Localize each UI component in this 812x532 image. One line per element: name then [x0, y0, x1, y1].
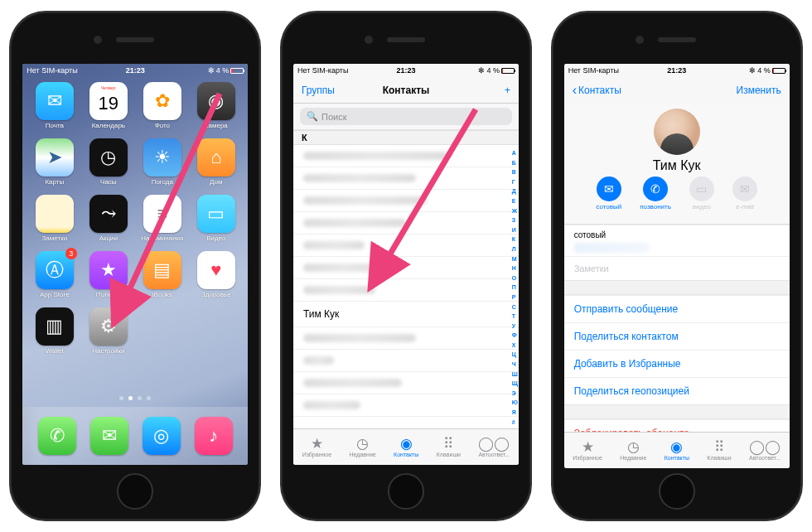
app-App Store[interactable]: Ⓐ3App Store [31, 251, 78, 298]
tab-Контакты[interactable]: ◉Контакты [394, 437, 418, 457]
phone-field[interactable]: сотовый [564, 225, 790, 256]
navbar: Группы Контакты + [293, 77, 519, 104]
contact-row[interactable] [293, 190, 519, 212]
tab-bar: ★Избранное◷Недавние◉Контакты⠿Клавиши◯◯Ав… [293, 428, 519, 465]
status-sim: Нет SIM-карты [27, 66, 77, 75]
link-row[interactable]: Добавить в Избранные [564, 350, 790, 377]
app-Видео[interactable]: ▭Видео [192, 195, 239, 242]
tab-Автоответ...[interactable]: ◯◯Автоответ... [749, 440, 781, 461]
action-позвонить[interactable]: ✆позвонить [640, 177, 671, 210]
app-iBooks[interactable]: ▤iBooks [138, 251, 186, 298]
dock-app[interactable]: ✉ [90, 417, 128, 455]
dock-app[interactable]: ♪ [195, 417, 233, 455]
section-header: К [293, 130, 519, 145]
contact-row[interactable] [293, 350, 519, 372]
page-dots[interactable] [119, 396, 151, 400]
edit-button[interactable]: Изменить [737, 85, 781, 96]
contact-row[interactable] [293, 279, 519, 302]
screen-contacts-list: Нет SIM-карты 21:23 ✻ 4 % Группы Контакт… [293, 64, 519, 465]
status-bar: Нет SIM-карты 21:23 ✻ 4 % [293, 64, 519, 77]
tab-Клавиши[interactable]: ⠿Клавиши [437, 437, 461, 457]
contact-row[interactable] [293, 235, 519, 257]
index-bar[interactable]: АБВГДЕЖЗИКЛМНОПРСТУФХЦЧШЩЭЮЯ# [512, 147, 518, 428]
app-Календарь[interactable]: Четверг19Календарь [85, 82, 132, 129]
action-видео: ▭видео [689, 177, 714, 210]
contact-row[interactable] [293, 327, 519, 350]
contact-row-tim-cook[interactable]: Тим Кук [293, 302, 519, 327]
screen-contact-detail: Нет SIM-карты 21:23 ✻ 4 % ‹ Контакты Изм… [564, 64, 790, 468]
app-Заметки[interactable]: Заметки [31, 195, 78, 242]
app-Wallet[interactable]: ▥Wallet [31, 307, 78, 355]
link-row[interactable]: Отправить сообщение [564, 295, 790, 322]
dock-app[interactable]: ✆ [38, 417, 76, 455]
app-Настройки[interactable]: ⚙1Настройки [85, 307, 132, 355]
phone-mockup-1: Нет SIM-карты 21:23 ✻ 4 % ✉ПочтаЧетверг1… [11, 12, 259, 520]
phone-mockup-2: Нет SIM-карты 21:23 ✻ 4 % Группы Контакт… [282, 12, 530, 520]
phone-mockup-3: Нет SIM-карты 21:23 ✻ 4 % ‹ Контакты Изм… [553, 12, 801, 520]
dock-app[interactable]: ◎ [143, 417, 181, 455]
app-Дом[interactable]: ⌂Дом [192, 138, 239, 186]
search-input[interactable]: 🔍 Поиск [300, 108, 512, 125]
contact-row[interactable] [293, 257, 519, 279]
action-сотовый[interactable]: ✉сотовый [596, 177, 621, 210]
navbar: ‹ Контакты Изменить [564, 77, 790, 104]
app-Фото[interactable]: ✿Фото [138, 82, 186, 129]
tab-Автоответ...[interactable]: ◯◯Автоответ... [478, 437, 510, 457]
app-Почта[interactable]: ✉Почта [31, 82, 78, 129]
home-button[interactable] [659, 473, 695, 510]
app-Акции[interactable]: ⤳Акции [85, 195, 132, 242]
tab-Недавние[interactable]: ◷Недавние [620, 440, 646, 461]
contact-row[interactable] [293, 145, 519, 167]
link-row[interactable]: Поделиться геопозицией [564, 377, 790, 404]
tab-bar: ★Избранное◷Недавние◉Контакты⠿Клавиши◯◯Ав… [564, 432, 790, 468]
notes-field[interactable]: Заметки [564, 256, 790, 280]
dock: ✆✉◎♪ [22, 407, 248, 465]
tab-Избранное[interactable]: ★Избранное [573, 440, 602, 461]
tab-Клавиши[interactable]: ⠿Клавиши [707, 440, 731, 461]
app-Напоминания[interactable]: ≡Напоминания [138, 195, 186, 242]
status-time: 21:23 [126, 66, 145, 75]
contact-name: Тим Кук [564, 158, 790, 173]
tab-Контакты[interactable]: ◉Контакты [665, 440, 689, 461]
home-button[interactable] [388, 473, 424, 510]
contact-row[interactable] [293, 167, 519, 190]
tab-Избранное[interactable]: ★Избранное [302, 437, 331, 457]
contact-avatar [654, 109, 700, 155]
search-icon: 🔍 [307, 111, 318, 122]
contact-row[interactable] [293, 394, 519, 417]
tab-Недавние[interactable]: ◷Недавние [350, 437, 376, 457]
app-Здоровье[interactable]: ♥Здоровье [192, 251, 239, 298]
link-row[interactable]: Поделиться контактом [564, 322, 790, 350]
status-bar: Нет SIM-карты 21:23 ✻ 4 % [22, 64, 248, 77]
nav-groups-button[interactable]: Группы [302, 85, 335, 96]
app-Карты[interactable]: ➤Карты [31, 138, 78, 186]
status-bar: Нет SIM-карты 21:23 ✻ 4 % [564, 64, 790, 77]
action-e-mail: ✉e-mail [732, 177, 757, 210]
back-button[interactable]: ‹ Контакты [573, 83, 621, 98]
home-button[interactable] [117, 473, 153, 510]
app-iTunes...[interactable]: ★iTunes... [85, 251, 132, 298]
app-Погода[interactable]: ☀Погода [138, 138, 186, 186]
contact-row[interactable] [293, 372, 519, 394]
screen-home: Нет SIM-карты 21:23 ✻ 4 % ✉ПочтаЧетверг1… [22, 64, 248, 465]
chevron-left-icon: ‹ [573, 83, 577, 98]
app-Камера[interactable]: ◉Камера [192, 82, 239, 129]
nav-title: Контакты [383, 85, 430, 96]
app-Часы[interactable]: ◷Часы [85, 138, 132, 186]
contact-row[interactable] [293, 212, 519, 235]
add-contact-button[interactable]: + [505, 85, 510, 95]
